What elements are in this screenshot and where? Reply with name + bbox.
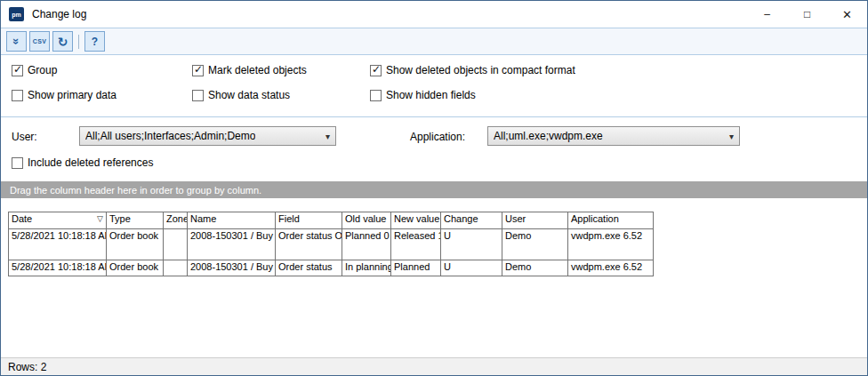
section-divider xyxy=(1,116,867,117)
checkbox-label: Show deleted objects in compact format xyxy=(386,64,575,76)
cell-type: Order book xyxy=(107,229,164,260)
window-title: Change log xyxy=(32,8,86,20)
checkbox-label: Include deleted references xyxy=(28,156,153,169)
toolbar: » CSV ↻ ? xyxy=(1,28,867,55)
close-button[interactable]: ✕ xyxy=(827,1,867,28)
cell-date: 5/28/2021 10:18:18 AM xyxy=(9,229,107,260)
expand-filters-button[interactable]: » xyxy=(6,31,27,52)
toolbar-separator xyxy=(78,35,79,49)
checkbox-label: Show data status xyxy=(208,89,290,101)
show-primary-data-checkbox[interactable]: Show primary data xyxy=(12,89,117,101)
checkbox-icon xyxy=(370,65,382,76)
column-header-zone[interactable]: Zone xyxy=(164,212,188,229)
minimize-icon: – xyxy=(764,8,770,20)
refresh-icon: ↻ xyxy=(58,36,68,48)
cell-zone xyxy=(164,260,188,276)
include-deleted-references-checkbox[interactable]: Include deleted references xyxy=(12,156,153,169)
application-select[interactable]: All;uml.exe;vwdpm.exe ▾ xyxy=(487,126,740,146)
close-icon: ✕ xyxy=(842,8,852,21)
checkbox-icon xyxy=(370,90,382,101)
user-select-value: All;All users;Interfaces;Admin;Demo xyxy=(85,130,255,142)
cell-name: 2008-150301 / Buy xyxy=(188,229,276,260)
maximize-icon: □ xyxy=(804,8,810,20)
group-by-hint: Drag the column header here in order to … xyxy=(10,185,261,196)
cell-field: Order status xyxy=(276,260,342,276)
checkbox-icon xyxy=(12,90,23,101)
cell-date: 5/28/2021 10:18:18 AM xyxy=(9,260,107,276)
double-chevron-down-icon: » xyxy=(11,38,22,44)
chevron-down-icon: ▾ xyxy=(320,132,330,141)
cell-zone xyxy=(164,229,188,260)
table-row[interactable]: 5/28/2021 10:18:18 AM Order book 2008-15… xyxy=(9,260,654,276)
checkbox-icon xyxy=(192,90,204,101)
cell-application: vwdpm.exe 6.52 xyxy=(568,229,654,260)
column-header-type[interactable]: Type xyxy=(107,212,164,229)
maximize-button[interactable]: □ xyxy=(787,1,827,28)
cell-type: Order book xyxy=(107,260,164,276)
column-header-change[interactable]: Change xyxy=(441,212,502,229)
user-label: User: xyxy=(12,131,37,143)
cell-user: Demo xyxy=(502,260,568,276)
application-select-value: All;uml.exe;vwdpm.exe xyxy=(494,130,603,142)
show-deleted-compact-checkbox[interactable]: Show deleted objects in compact format xyxy=(370,64,575,76)
checkbox-icon xyxy=(192,65,204,76)
column-header-field[interactable]: Field xyxy=(276,212,342,229)
cell-old-value: In planning xyxy=(342,260,391,276)
cell-change: U xyxy=(441,229,502,260)
group-by-bar[interactable]: Drag the column header here in order to … xyxy=(1,181,867,198)
cell-change: U xyxy=(441,260,502,276)
column-header-new-value[interactable]: New value xyxy=(391,212,441,229)
checkbox-icon xyxy=(12,157,23,169)
column-header-date[interactable]: Date ▽ xyxy=(9,212,107,229)
checkbox-label: Show hidden fields xyxy=(386,89,476,101)
show-hidden-fields-checkbox[interactable]: Show hidden fields xyxy=(370,89,476,101)
column-header-old-value[interactable]: Old value xyxy=(342,212,391,229)
column-header-user[interactable]: User xyxy=(502,212,568,229)
column-header-name[interactable]: Name xyxy=(188,212,276,229)
status-bar: Rows: 2 xyxy=(1,357,867,375)
table-header-row: Date ▽ Type Zone Name Field Old value Ne… xyxy=(9,212,654,229)
checkbox-label: Show primary data xyxy=(28,89,117,101)
window-controls: – □ ✕ xyxy=(747,1,867,28)
help-icon: ? xyxy=(92,36,98,48)
cell-application: vwdpm.exe 6.52 xyxy=(568,260,654,276)
cell-new-value: Released 1 xyxy=(391,229,441,260)
table-row[interactable]: 5/28/2021 10:18:18 AM Order book 2008-15… xyxy=(9,229,654,260)
app-icon: pm xyxy=(9,7,24,21)
cell-new-value: Planned xyxy=(391,260,441,276)
chevron-down-icon: ▾ xyxy=(724,132,734,141)
group-checkbox[interactable]: Group xyxy=(12,64,57,76)
help-button[interactable]: ? xyxy=(84,31,105,52)
minimize-button[interactable]: – xyxy=(747,1,787,28)
column-header-label: Date xyxy=(12,213,32,224)
checkbox-icon xyxy=(12,65,23,76)
checkbox-label: Group xyxy=(28,64,57,76)
user-select[interactable]: All;All users;Interfaces;Admin;Demo ▾ xyxy=(79,126,336,146)
cell-name: 2008-150301 / Buy xyxy=(188,260,276,276)
show-data-status-checkbox[interactable]: Show data status xyxy=(192,89,290,101)
cell-old-value: Planned 0 xyxy=(342,229,391,260)
column-header-application[interactable]: Application xyxy=(568,212,654,229)
checkbox-label: Mark deleted objects xyxy=(208,64,307,76)
titlebar: pm Change log – □ ✕ xyxy=(1,1,867,28)
row-count: Rows: 2 xyxy=(8,361,46,373)
mark-deleted-objects-checkbox[interactable]: Mark deleted objects xyxy=(192,64,307,76)
csv-export-button[interactable]: CSV xyxy=(29,31,50,52)
cell-user: Demo xyxy=(502,229,568,260)
refresh-button[interactable]: ↻ xyxy=(52,31,73,52)
sort-descending-icon: ▽ xyxy=(97,214,103,223)
change-log-window: pm Change log – □ ✕ » CSV ↻ ? xyxy=(0,0,868,376)
application-label: Application: xyxy=(410,131,465,143)
cell-field: Order status OrderCrossing xyxy=(276,229,342,260)
csv-export-icon: CSV xyxy=(33,38,46,44)
change-log-table: Date ▽ Type Zone Name Field Old value Ne… xyxy=(8,212,654,276)
